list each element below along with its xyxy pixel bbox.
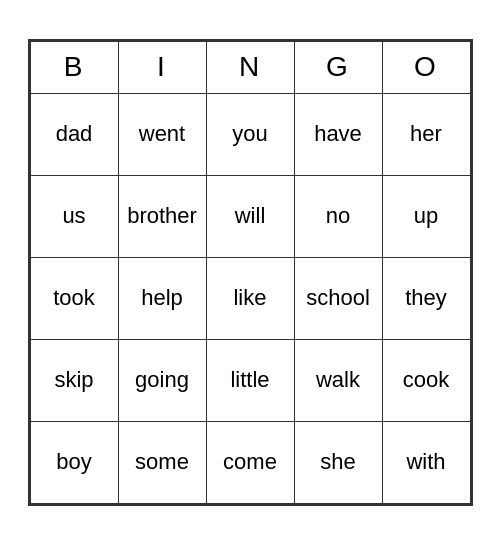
bingo-cell: you bbox=[206, 93, 294, 175]
bingo-cell: up bbox=[382, 175, 470, 257]
header-cell: O bbox=[382, 41, 470, 93]
bingo-cell: boy bbox=[30, 421, 118, 503]
table-row: usbrotherwillnoup bbox=[30, 175, 470, 257]
bingo-cell: took bbox=[30, 257, 118, 339]
bingo-cell: dad bbox=[30, 93, 118, 175]
bingo-body: dadwentyouhaveherusbrotherwillnouptookhe… bbox=[30, 93, 470, 503]
header-row: BINGO bbox=[30, 41, 470, 93]
bingo-cell: went bbox=[118, 93, 206, 175]
bingo-cell: brother bbox=[118, 175, 206, 257]
bingo-cell: her bbox=[382, 93, 470, 175]
bingo-cell: no bbox=[294, 175, 382, 257]
bingo-cell: some bbox=[118, 421, 206, 503]
table-row: skipgoinglittlewalkcook bbox=[30, 339, 470, 421]
table-row: tookhelplikeschoolthey bbox=[30, 257, 470, 339]
bingo-cell: going bbox=[118, 339, 206, 421]
bingo-cell: walk bbox=[294, 339, 382, 421]
bingo-cell: little bbox=[206, 339, 294, 421]
header-cell: G bbox=[294, 41, 382, 93]
bingo-cell: will bbox=[206, 175, 294, 257]
bingo-cell: have bbox=[294, 93, 382, 175]
table-row: dadwentyouhaveher bbox=[30, 93, 470, 175]
header-cell: N bbox=[206, 41, 294, 93]
bingo-cell: us bbox=[30, 175, 118, 257]
header-cell: B bbox=[30, 41, 118, 93]
bingo-cell: like bbox=[206, 257, 294, 339]
header-cell: I bbox=[118, 41, 206, 93]
table-row: boysomecomeshewith bbox=[30, 421, 470, 503]
bingo-cell: with bbox=[382, 421, 470, 503]
bingo-cell: they bbox=[382, 257, 470, 339]
bingo-cell: cook bbox=[382, 339, 470, 421]
bingo-card: BINGO dadwentyouhaveherusbrotherwillnoup… bbox=[28, 39, 473, 506]
bingo-table: BINGO dadwentyouhaveherusbrotherwillnoup… bbox=[30, 41, 471, 504]
bingo-cell: she bbox=[294, 421, 382, 503]
bingo-cell: school bbox=[294, 257, 382, 339]
bingo-cell: skip bbox=[30, 339, 118, 421]
bingo-cell: come bbox=[206, 421, 294, 503]
bingo-cell: help bbox=[118, 257, 206, 339]
